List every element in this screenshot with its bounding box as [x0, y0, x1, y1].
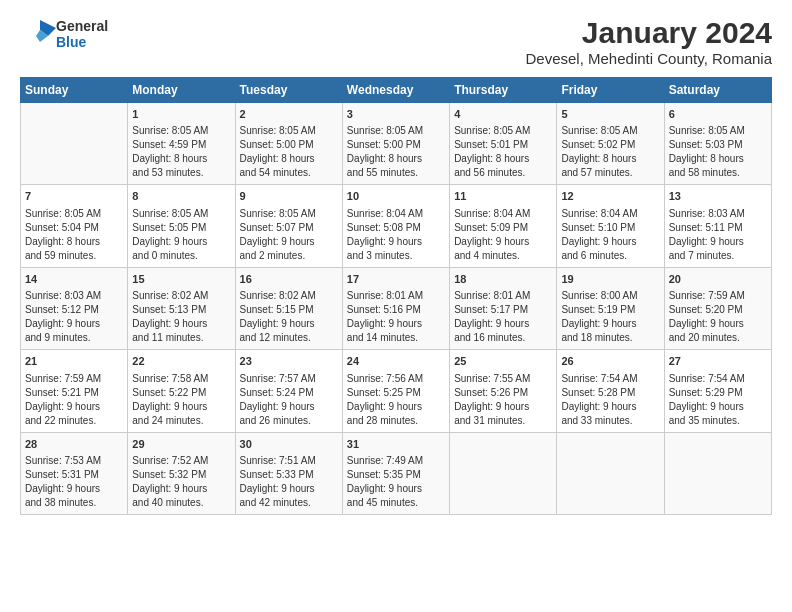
day-info-line: Daylight: 9 hours — [132, 400, 230, 414]
day-info-line: Sunset: 5:12 PM — [25, 303, 123, 317]
day-info-line: and 35 minutes. — [669, 414, 767, 428]
cell-w5-d1: 28Sunrise: 7:53 AMSunset: 5:31 PMDayligh… — [21, 432, 128, 514]
calendar-table: SundayMondayTuesdayWednesdayThursdayFrid… — [20, 77, 772, 515]
day-number: 30 — [240, 437, 338, 452]
cell-w5-d7 — [664, 432, 771, 514]
day-info-line: Daylight: 9 hours — [669, 235, 767, 249]
col-header-saturday: Saturday — [664, 78, 771, 103]
day-info-line: and 6 minutes. — [561, 249, 659, 263]
day-info-line: Daylight: 8 hours — [669, 152, 767, 166]
cell-w4-d6: 26Sunrise: 7:54 AMSunset: 5:28 PMDayligh… — [557, 350, 664, 432]
day-info-line: and 2 minutes. — [240, 249, 338, 263]
week-row-2: 7Sunrise: 8:05 AMSunset: 5:04 PMDaylight… — [21, 185, 772, 267]
day-info-line: Sunrise: 8:02 AM — [132, 289, 230, 303]
day-number: 19 — [561, 272, 659, 287]
day-info-line: Daylight: 9 hours — [25, 400, 123, 414]
day-number: 28 — [25, 437, 123, 452]
day-info-line: and 58 minutes. — [669, 166, 767, 180]
day-number: 24 — [347, 354, 445, 369]
day-info-line: Sunrise: 7:52 AM — [132, 454, 230, 468]
day-info-line: Daylight: 9 hours — [240, 482, 338, 496]
day-info-line: Daylight: 9 hours — [561, 400, 659, 414]
day-number: 3 — [347, 107, 445, 122]
col-header-friday: Friday — [557, 78, 664, 103]
calendar-title: January 2024 — [525, 16, 772, 50]
col-header-sunday: Sunday — [21, 78, 128, 103]
day-info-line: Sunset: 5:10 PM — [561, 221, 659, 235]
day-info-line: and 0 minutes. — [132, 249, 230, 263]
day-info-line: Sunset: 5:13 PM — [132, 303, 230, 317]
day-info-line: Sunrise: 8:05 AM — [240, 207, 338, 221]
day-info-line: Sunrise: 8:05 AM — [240, 124, 338, 138]
day-info-line: and 31 minutes. — [454, 414, 552, 428]
cell-w1-d3: 2Sunrise: 8:05 AMSunset: 5:00 PMDaylight… — [235, 103, 342, 185]
cell-w3-d7: 20Sunrise: 7:59 AMSunset: 5:20 PMDayligh… — [664, 267, 771, 349]
day-info-line: Sunset: 5:20 PM — [669, 303, 767, 317]
week-row-1: 1Sunrise: 8:05 AMSunset: 4:59 PMDaylight… — [21, 103, 772, 185]
header: GeneralBlue January 2024 Devesel, Mehedi… — [20, 16, 772, 67]
header-row: SundayMondayTuesdayWednesdayThursdayFrid… — [21, 78, 772, 103]
day-info-line: Sunrise: 7:49 AM — [347, 454, 445, 468]
cell-w3-d6: 19Sunrise: 8:00 AMSunset: 5:19 PMDayligh… — [557, 267, 664, 349]
day-number: 26 — [561, 354, 659, 369]
day-info-line: Daylight: 8 hours — [454, 152, 552, 166]
cell-w4-d7: 27Sunrise: 7:54 AMSunset: 5:29 PMDayligh… — [664, 350, 771, 432]
day-info-line: Sunset: 5:24 PM — [240, 386, 338, 400]
day-info-line: Sunrise: 8:04 AM — [454, 207, 552, 221]
day-info-line: Daylight: 8 hours — [240, 152, 338, 166]
day-info-line: Daylight: 9 hours — [347, 482, 445, 496]
day-info-line: and 14 minutes. — [347, 331, 445, 345]
day-info-line: Daylight: 9 hours — [561, 235, 659, 249]
day-number: 5 — [561, 107, 659, 122]
logo-svg — [20, 16, 56, 52]
day-info-line: Sunrise: 8:02 AM — [240, 289, 338, 303]
day-number: 22 — [132, 354, 230, 369]
day-number: 8 — [132, 189, 230, 204]
cell-w3-d1: 14Sunrise: 8:03 AMSunset: 5:12 PMDayligh… — [21, 267, 128, 349]
day-info-line: Sunrise: 8:05 AM — [561, 124, 659, 138]
day-info-line: Sunrise: 7:56 AM — [347, 372, 445, 386]
day-info-line: and 55 minutes. — [347, 166, 445, 180]
day-info-line: Sunset: 5:35 PM — [347, 468, 445, 482]
day-info-line: Sunrise: 8:00 AM — [561, 289, 659, 303]
logo: GeneralBlue — [20, 16, 108, 52]
day-info-line: and 20 minutes. — [669, 331, 767, 345]
day-info-line: Daylight: 9 hours — [454, 400, 552, 414]
day-info-line: Sunrise: 7:54 AM — [669, 372, 767, 386]
day-info-line: Sunrise: 8:05 AM — [669, 124, 767, 138]
day-info-line: Daylight: 9 hours — [561, 317, 659, 331]
day-info-line: Sunrise: 7:58 AM — [132, 372, 230, 386]
day-info-line: and 16 minutes. — [454, 331, 552, 345]
day-number: 2 — [240, 107, 338, 122]
day-info-line: and 18 minutes. — [561, 331, 659, 345]
logo-line2: Blue — [56, 34, 108, 50]
day-info-line: Sunset: 5:07 PM — [240, 221, 338, 235]
day-info-line: Daylight: 8 hours — [561, 152, 659, 166]
day-number: 4 — [454, 107, 552, 122]
cell-w1-d7: 6Sunrise: 8:05 AMSunset: 5:03 PMDaylight… — [664, 103, 771, 185]
day-number: 9 — [240, 189, 338, 204]
day-info-line: and 3 minutes. — [347, 249, 445, 263]
day-info-line: Sunrise: 8:03 AM — [25, 289, 123, 303]
day-info-line: Sunrise: 7:59 AM — [669, 289, 767, 303]
day-info-line: Sunset: 5:19 PM — [561, 303, 659, 317]
day-info-line: Sunrise: 7:59 AM — [25, 372, 123, 386]
day-number: 29 — [132, 437, 230, 452]
day-number: 18 — [454, 272, 552, 287]
day-info-line: and 24 minutes. — [132, 414, 230, 428]
cell-w2-d6: 12Sunrise: 8:04 AMSunset: 5:10 PMDayligh… — [557, 185, 664, 267]
day-info-line: and 11 minutes. — [132, 331, 230, 345]
cell-w2-d4: 10Sunrise: 8:04 AMSunset: 5:08 PMDayligh… — [342, 185, 449, 267]
day-info-line: Daylight: 9 hours — [669, 400, 767, 414]
day-info-line: Sunset: 5:22 PM — [132, 386, 230, 400]
day-info-line: Sunset: 5:03 PM — [669, 138, 767, 152]
day-info-line: Daylight: 8 hours — [25, 235, 123, 249]
cell-w1-d1 — [21, 103, 128, 185]
day-number: 27 — [669, 354, 767, 369]
day-info-line: and 57 minutes. — [561, 166, 659, 180]
logo-text: GeneralBlue — [56, 18, 108, 50]
day-info-line: and 9 minutes. — [25, 331, 123, 345]
col-header-wednesday: Wednesday — [342, 78, 449, 103]
day-number: 31 — [347, 437, 445, 452]
day-number: 1 — [132, 107, 230, 122]
